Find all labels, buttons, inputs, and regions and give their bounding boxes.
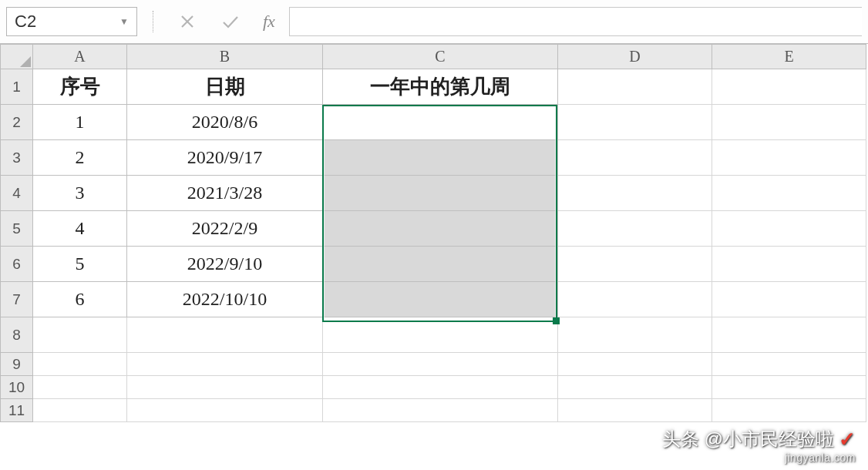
col-header-B[interactable]: B: [127, 45, 323, 69]
cell[interactable]: [712, 399, 866, 422]
cell[interactable]: [33, 353, 127, 376]
cell[interactable]: [712, 140, 866, 176]
cell[interactable]: [558, 399, 712, 422]
cell[interactable]: [33, 317, 127, 353]
row-header[interactable]: 2: [1, 105, 33, 140]
row-header[interactable]: 10: [1, 376, 33, 399]
row-header[interactable]: 3: [1, 140, 33, 176]
cell[interactable]: [323, 247, 558, 282]
fill-handle[interactable]: [553, 317, 560, 324]
cell[interactable]: [127, 399, 323, 422]
cell[interactable]: [712, 282, 866, 317]
cell[interactable]: 3: [33, 176, 127, 211]
name-box[interactable]: C2 ▼: [6, 7, 137, 36]
cell[interactable]: 2020/8/6: [127, 105, 323, 140]
cell[interactable]: 2: [33, 140, 127, 176]
cell[interactable]: [712, 376, 866, 399]
cell[interactable]: [712, 247, 866, 282]
name-box-value: C2: [15, 12, 36, 32]
cell[interactable]: [558, 317, 712, 353]
cell[interactable]: 5: [33, 247, 127, 282]
cell[interactable]: [712, 211, 866, 247]
cell[interactable]: [558, 140, 712, 176]
cell[interactable]: 6: [33, 282, 127, 317]
cell[interactable]: 2022/9/10: [127, 247, 323, 282]
cell[interactable]: [712, 176, 866, 211]
cell[interactable]: [558, 211, 712, 247]
cell[interactable]: 2020/9/17: [127, 140, 323, 176]
cell[interactable]: [712, 353, 866, 376]
select-all-corner[interactable]: [1, 45, 33, 69]
cell[interactable]: [712, 69, 866, 105]
cell[interactable]: [127, 317, 323, 353]
col-header-A[interactable]: A: [33, 45, 127, 69]
col-header-D[interactable]: D: [558, 45, 712, 69]
cell[interactable]: [323, 317, 558, 353]
check-icon: ✓: [839, 428, 856, 452]
row-header[interactable]: 4: [1, 176, 33, 211]
cancel-icon[interactable]: [173, 8, 201, 35]
cell[interactable]: [558, 69, 712, 105]
cell[interactable]: [558, 353, 712, 376]
row-header[interactable]: 11: [1, 399, 33, 422]
cell[interactable]: [323, 211, 558, 247]
confirm-icon[interactable]: [217, 8, 244, 35]
chevron-down-icon[interactable]: ▼: [119, 16, 129, 27]
svg-marker-2: [20, 56, 31, 67]
cell[interactable]: 一年中的第几周: [323, 69, 558, 105]
cell[interactable]: [558, 282, 712, 317]
cell[interactable]: 2022/10/10: [127, 282, 323, 317]
cell[interactable]: 2022/2/9: [127, 211, 323, 247]
fx-button[interactable]: fx: [263, 12, 275, 32]
cell[interactable]: [127, 376, 323, 399]
cell[interactable]: 2021/3/28: [127, 176, 323, 211]
cell[interactable]: [712, 317, 866, 353]
cell[interactable]: [558, 247, 712, 282]
formula-input[interactable]: [289, 7, 862, 36]
watermark: 头条 @小市民经验啦 ✓ jingyanla.com: [662, 427, 856, 464]
cell[interactable]: [712, 105, 866, 140]
cell[interactable]: [323, 140, 558, 176]
cell[interactable]: [127, 353, 323, 376]
cell[interactable]: [323, 176, 558, 211]
cell[interactable]: [323, 376, 558, 399]
cell[interactable]: [323, 282, 558, 317]
cell[interactable]: [558, 176, 712, 211]
spreadsheet-grid[interactable]: A B C D E 1 序号 日期 一年中的第几周 2 1 2020/8/6 3…: [0, 44, 868, 422]
col-header-C[interactable]: C: [323, 45, 558, 69]
cell[interactable]: [323, 399, 558, 422]
watermark-url: jingyanla.com: [662, 452, 856, 464]
cell-active[interactable]: [323, 105, 558, 140]
cell[interactable]: 日期: [127, 69, 323, 105]
col-header-E[interactable]: E: [712, 45, 866, 69]
cell[interactable]: [558, 376, 712, 399]
row-header[interactable]: 5: [1, 211, 33, 247]
row-header[interactable]: 1: [1, 69, 33, 105]
cell[interactable]: [33, 376, 127, 399]
cell[interactable]: [33, 399, 127, 422]
row-header[interactable]: 8: [1, 317, 33, 353]
row-header[interactable]: 6: [1, 247, 33, 282]
cell[interactable]: [323, 353, 558, 376]
watermark-text: 头条 @小市民经验啦: [662, 427, 834, 452]
cell[interactable]: 序号: [33, 69, 127, 105]
row-header[interactable]: 7: [1, 282, 33, 317]
formula-bar: C2 ▼ fx: [0, 0, 868, 44]
cell[interactable]: 4: [33, 211, 127, 247]
row-header[interactable]: 9: [1, 353, 33, 376]
cell[interactable]: [558, 105, 712, 140]
divider: [153, 11, 153, 32]
cell[interactable]: 1: [33, 105, 127, 140]
